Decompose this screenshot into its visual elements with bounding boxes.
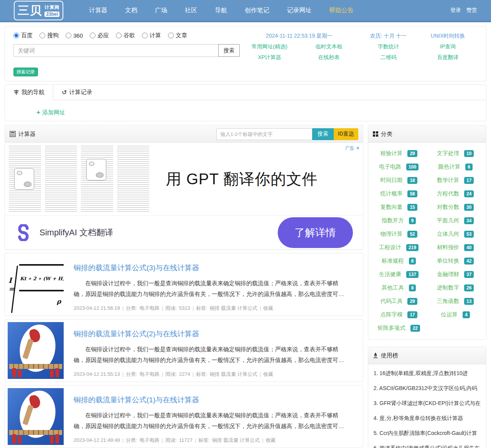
nav-item[interactable]: 社区	[176, 7, 206, 15]
nav-auth-link[interactable]: 赞赏	[466, 7, 477, 14]
search-engine-radio[interactable]: 谷歌	[116, 32, 135, 39]
engine-radio-input[interactable]	[13, 33, 19, 38]
ranking-item[interactable]: 6. 管道系统中(海曾威廉公式)沿程水头损失在	[368, 441, 486, 448]
quick-link[interactable]: 常用网址(精选)	[240, 43, 299, 50]
nav-item-label[interactable]: 广场	[146, 7, 176, 13]
nav-item[interactable]: 记录网址	[278, 7, 320, 15]
site-logo[interactable]: 三贝 计算网 23bei	[14, 1, 63, 20]
nav-auth-link[interactable]: 登录	[450, 7, 461, 14]
engine-radio-input[interactable]	[142, 33, 148, 38]
category-link[interactable]: 统计概率 58	[371, 187, 427, 200]
article-favorite-link[interactable]: 收藏	[263, 305, 273, 312]
tab-my-navigation[interactable]: 我的导航	[5, 85, 53, 100]
ranking-item[interactable]: 3. GFR肾小球滤过率(CKD-EPI)计算公式与在	[368, 396, 486, 411]
category-link[interactable]: 单位转换 42	[427, 254, 484, 268]
ranking-item[interactable]: 2. ASCII/GBK/GB2312中文汉字区位码,内码	[368, 381, 486, 396]
search-engine-radio[interactable]: 360	[66, 32, 83, 39]
article-category-link[interactable]: 电子电路	[140, 305, 160, 312]
ad-close-icon[interactable]: ✕	[356, 145, 360, 151]
quick-link[interactable]: IP查询	[418, 43, 478, 50]
category-link[interactable]: 平面几何 34	[427, 214, 484, 227]
add-url-link[interactable]: + 添加网址	[36, 109, 65, 116]
article-category-link[interactable]: 电子电路	[140, 437, 160, 444]
unix-convert-link[interactable]: UNIX时间转换	[418, 33, 478, 40]
nav-item-label[interactable]: 帮助公告	[320, 7, 362, 13]
quick-link[interactable]: 字数统计	[359, 43, 418, 50]
ranking-item[interactable]: 5. Ccr内生肌酐清除率(Cockcroft-Gault)计算	[368, 426, 486, 441]
article-favorite-link[interactable]: 收藏	[266, 437, 276, 444]
ad-brand-bar[interactable]: SimplifyAI 文档翻译 了解详情	[5, 216, 363, 250]
article-tags[interactable]: 铜排 载流量 计算公式	[212, 437, 260, 444]
id-direct-button[interactable]: ID直达	[334, 128, 358, 140]
nav-item[interactable]: 文档	[116, 7, 146, 15]
quick-link[interactable]: 百度翻译	[418, 54, 478, 61]
nav-item-label[interactable]: 计算器	[80, 7, 116, 13]
category-link[interactable]: 方程代数 24	[427, 187, 484, 200]
category-link[interactable]: 矩阵多项式 22	[371, 321, 427, 335]
nav-item-label[interactable]: 记录网址	[278, 7, 320, 13]
category-link[interactable]: 指数开方 9	[371, 214, 427, 227]
article-thumbnail-image[interactable]	[8, 388, 64, 445]
quick-link[interactable]: 在线秒表	[299, 54, 359, 61]
category-link[interactable]: 文字处理 10	[427, 147, 484, 160]
ranking-item[interactable]: 4. 度,分,秒等角度单位转换在线计算器	[368, 411, 486, 426]
category-link[interactable]: 颜色计算 6	[427, 160, 484, 174]
engine-radio-input[interactable]	[66, 33, 71, 38]
category-link[interactable]: 金融理财 37	[427, 268, 484, 281]
article-favorite-link[interactable]: 收藏	[263, 371, 273, 378]
nav-item[interactable]: 导航	[206, 7, 236, 15]
engine-radio-input[interactable]	[116, 33, 122, 38]
keyword-search-button[interactable]: 搜索	[218, 44, 240, 57]
category-link[interactable]: 标准规程 8	[371, 254, 427, 268]
search-engine-radio[interactable]: 计算	[142, 32, 161, 39]
article-title-link[interactable]: 铜排的载流量计算公式(3)与在线计算器	[74, 263, 199, 273]
category-link[interactable]: 材料报价 40	[427, 241, 484, 254]
article-category-link[interactable]: 电子电路	[140, 371, 160, 378]
tab-calc-history[interactable]: ↺ 计算记录	[53, 85, 101, 100]
category-link[interactable]: 生活健康 137	[371, 268, 427, 281]
category-link[interactable]: 三角函数 13	[427, 294, 484, 308]
category-link[interactable]: 点阵字模 17	[371, 308, 427, 321]
nav-item[interactable]: 计算器	[80, 7, 116, 15]
category-link[interactable]: 代码工具 29	[371, 294, 427, 308]
quick-link[interactable]: 临时文本框	[299, 43, 359, 50]
article-thumbnail-image[interactable]	[8, 322, 64, 379]
category-link[interactable]: 数学计算 17	[427, 174, 484, 187]
nav-item[interactable]: 创作笔记	[236, 7, 278, 15]
category-link[interactable]: 进制数字 26	[427, 281, 484, 294]
quick-link[interactable]: XP计算器	[240, 54, 299, 61]
search-engine-radio[interactable]: 搜狗	[40, 32, 59, 39]
ad-cta-button[interactable]: 了解详情	[278, 217, 353, 248]
category-link[interactable]: 复数向量 15	[371, 200, 427, 214]
title-search-button[interactable]: 搜索	[312, 128, 334, 140]
article-thumbnail-formula[interactable]: I = Kt ∗ 2 ∗ (W + H) ∗ W ∗ H ∗ τ ρ	[8, 256, 64, 313]
category-link[interactable]: 立体几何 53	[427, 227, 484, 241]
quick-link[interactable]: 二维码	[359, 54, 418, 61]
engine-radio-input[interactable]	[90, 33, 96, 38]
article-title-link[interactable]: 铜排的载流量计算公式(1)与在线计算器	[74, 395, 199, 405]
search-engine-radio[interactable]: 文章	[168, 32, 187, 39]
category-link[interactable]: 时间日期 18	[371, 174, 427, 187]
nav-item[interactable]: 帮助公告	[320, 7, 362, 15]
nav-item-label[interactable]: 社区	[176, 7, 206, 13]
ad-banner[interactable]: 用 GPT 翻译你的文件 广告✕	[5, 143, 363, 216]
search-engine-radio[interactable]: 百度	[13, 32, 33, 39]
category-link[interactable]: 其他工具 8	[371, 281, 427, 294]
nav-item[interactable]: 广场	[146, 7, 176, 15]
nav-item-label[interactable]: 文档	[116, 7, 146, 13]
search-history-button[interactable]: 搜索记录	[13, 68, 38, 76]
ranking-item[interactable]: 1. 16进制(单精度,双精度,浮点数)转10进	[368, 366, 486, 381]
article-title-link[interactable]: 铜排的载流量计算公式(2)与在线计算器	[74, 329, 199, 339]
search-engine-radio[interactable]: 必应	[90, 32, 109, 39]
nav-item-label[interactable]: 导航	[206, 7, 236, 13]
engine-radio-input[interactable]	[168, 33, 174, 38]
article-tags[interactable]: 铜排 载流量 计算公式	[210, 371, 257, 378]
category-link[interactable]: 校验计算 29	[371, 147, 427, 160]
category-link[interactable]: 物理计算 52	[371, 227, 427, 241]
category-link[interactable]: 工程设计 219	[371, 241, 427, 254]
title-search-input[interactable]	[216, 128, 312, 140]
category-link[interactable]: 对数分数 30	[427, 200, 484, 214]
category-link[interactable]: 电子电路 100	[371, 160, 427, 174]
nav-item-label[interactable]: 创作笔记	[236, 7, 278, 13]
engine-radio-input[interactable]	[40, 33, 45, 38]
